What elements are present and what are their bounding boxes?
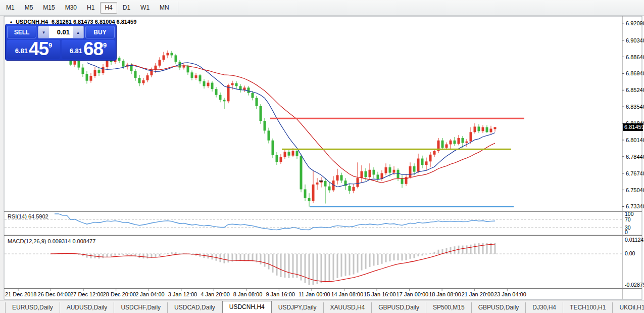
svg-text:23 Jan 04:00: 23 Jan 04:00 <box>494 291 526 297</box>
svg-text:6.75040: 6.75040 <box>626 187 644 193</box>
svg-text:6.86940: 6.86940 <box>626 70 644 76</box>
svg-text:6.78440: 6.78440 <box>626 154 644 160</box>
svg-text:27 Dec 12:00: 27 Dec 12:00 <box>70 291 103 297</box>
svg-text:28 Dec 20:00: 28 Dec 20:00 <box>103 291 136 297</box>
timeframe-m5[interactable]: M5 <box>20 2 38 14</box>
volume-decrease-button[interactable]: ▾ <box>38 26 49 38</box>
svg-text:6.80140: 6.80140 <box>626 137 644 143</box>
timeframe-h4[interactable]: H4 <box>100 2 117 14</box>
tab-usdcad-daily[interactable]: USDCAD,Daily <box>168 302 222 313</box>
svg-text:0.00: 0.00 <box>625 250 635 256</box>
svg-text:18 Jan 08:00: 18 Jan 08:00 <box>429 291 461 297</box>
tab-ukoil-h1[interactable]: UKOil,H1 <box>613 302 644 313</box>
tab-usdchf-daily[interactable]: USDCHF,Daily <box>114 302 168 313</box>
buy-price-display[interactable]: 6.81 68 9 <box>62 40 115 59</box>
tab-xauusd-h4[interactable]: XAUUSD,H4 <box>324 302 372 313</box>
sell-price-display[interactable]: 6.81 45 9 <box>7 40 60 59</box>
svg-text:2 Jan 04:00: 2 Jan 04:00 <box>135 291 165 297</box>
timeframe-m1[interactable]: M1 <box>2 2 19 14</box>
svg-text:8 Jan 08:00: 8 Jan 08:00 <box>233 291 262 297</box>
svg-text:4 Jan 20:00: 4 Jan 20:00 <box>201 291 230 297</box>
timeframe-h1[interactable]: H1 <box>82 2 99 14</box>
svg-text:21 Dec 2018: 21 Dec 2018 <box>5 291 36 297</box>
tab-dj30-h4[interactable]: DJ30,H4 <box>526 302 563 313</box>
svg-text:-0.028797: -0.028797 <box>625 282 644 288</box>
tab-gbpusd-daily[interactable]: GBPUSD,Daily <box>372 302 426 313</box>
timeframe-mn[interactable]: MN <box>155 2 174 14</box>
buy-price-sup: 9 <box>103 41 107 49</box>
svg-text:6.92090: 6.92090 <box>626 20 644 26</box>
current-price-tag: 6.81459 <box>623 123 643 131</box>
svg-text:15 Jan 16:00: 15 Jan 16:00 <box>364 291 396 297</box>
tab-usdjpy-daily[interactable]: USDJPY,Daily <box>272 302 324 313</box>
svg-text:6.88640: 6.88640 <box>626 54 644 60</box>
timeframe-w1[interactable]: W1 <box>136 2 154 14</box>
tab-tech100-h1[interactable]: TECH100,H1 <box>563 302 613 313</box>
timeframe-m30[interactable]: M30 <box>61 2 81 14</box>
tab-eurusd-daily[interactable]: EURUSD,Daily <box>5 302 60 313</box>
volume-stepper: ▾ 0.01 ▴ <box>38 26 84 38</box>
sell-price-sup: 9 <box>48 41 52 49</box>
svg-text:6.90340: 6.90340 <box>626 37 644 43</box>
symbol-tabbar: EURUSD,Daily AUDUSD,Daily USDCHF,Daily U… <box>0 300 644 313</box>
svg-text:6.85240: 6.85240 <box>626 87 644 93</box>
timeframe-toolbar: M1 M5 M15 M30 H1 H4 D1 W1 MN <box>0 0 644 16</box>
svg-text:17 Jan 00:00: 17 Jan 00:00 <box>397 291 429 297</box>
buy-price-big: 68 <box>83 41 103 57</box>
svg-text:21 Jan 20:00: 21 Jan 20:00 <box>462 291 494 297</box>
timeframe-d1[interactable]: D1 <box>118 2 135 14</box>
svg-text:9 Jan 16:00: 9 Jan 16:00 <box>266 291 295 297</box>
svg-text:14 Jan 08:00: 14 Jan 08:00 <box>331 291 364 297</box>
buy-price-prefix: 6.81 <box>70 47 82 55</box>
sell-price-prefix: 6.81 <box>15 47 28 55</box>
svg-text:6.76740: 6.76740 <box>626 170 644 176</box>
chart-window: 6.920906.903406.886406.869406.852406.835… <box>4 16 644 300</box>
svg-text:6.83540: 6.83540 <box>626 104 644 110</box>
volume-increase-button[interactable]: ▴ <box>73 26 83 38</box>
svg-text:3 Jan 12:00: 3 Jan 12:00 <box>168 291 197 297</box>
sell-price-big: 45 <box>29 41 48 57</box>
svg-text:11 Jan 00:00: 11 Jan 00:00 <box>299 291 330 297</box>
toolbar-separator <box>178 2 178 14</box>
volume-input[interactable]: 0.01 <box>49 26 73 38</box>
macd-indicator-label: MACD(12,26,9) 0.009314 0.008477 <box>8 238 95 244</box>
one-click-trading-panel: SELL ▾ 0.01 ▴ BUY 6.81 45 9 6.81 68 9 <box>5 24 117 61</box>
tab-audusd-daily[interactable]: AUDUSD,Daily <box>60 302 115 313</box>
tab-gbpusd-daily-2[interactable]: GBPUSD,Daily <box>472 302 526 313</box>
svg-text:0: 0 <box>625 229 628 235</box>
buy-button[interactable]: BUY <box>85 26 115 38</box>
rsi-indicator-label: RSI(14) 64.5902 <box>8 213 48 219</box>
sell-button[interactable]: SELL <box>7 26 36 38</box>
svg-text:70: 70 <box>625 216 631 222</box>
tab-usdcnh-h4[interactable]: USDCNH,H4 <box>222 301 272 313</box>
svg-text:0.011242: 0.011242 <box>625 237 644 243</box>
timeframe-m15[interactable]: M15 <box>38 2 59 14</box>
svg-text:6.73340: 6.73340 <box>626 203 644 209</box>
svg-text:26 Dec 04:00: 26 Dec 04:00 <box>38 291 71 297</box>
svg-text:100: 100 <box>625 211 634 217</box>
tab-sp500-m15[interactable]: SP500,M15 <box>426 302 472 313</box>
